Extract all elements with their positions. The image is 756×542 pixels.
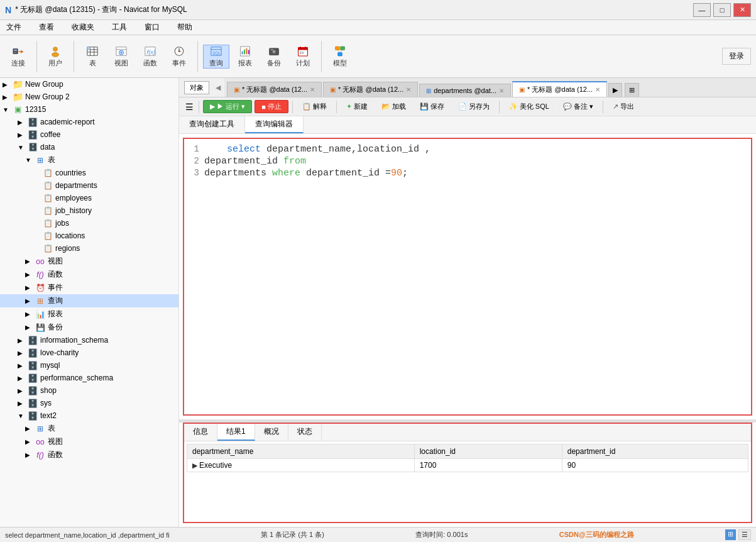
svg-rect-35 xyxy=(271,49,273,50)
menu-help[interactable]: 帮助 xyxy=(173,21,196,34)
svg-point-23 xyxy=(178,50,180,52)
tool-user[interactable]: 用户 xyxy=(42,45,68,69)
tool-query-label: 查询 xyxy=(209,58,223,68)
explain-button[interactable]: 📋 解释 xyxy=(297,100,332,113)
sidebar-item-tables-section[interactable]: ▼ ⊞ 表 xyxy=(0,153,178,167)
svg-rect-42 xyxy=(341,47,345,50)
sidebar-item-reports-section[interactable]: ▶ 📊 报表 xyxy=(0,307,178,321)
sidebar-item-text2-tables[interactable]: ▶ ⊞ 表 xyxy=(0,422,178,435)
sidebar-item-coffee[interactable]: ▶ 🗄️ coffee xyxy=(0,128,178,141)
table-row[interactable]: ▶ Executive 1700 90 xyxy=(187,459,748,472)
tool-backup[interactable]: 备份 xyxy=(261,45,287,69)
menu-view[interactable]: 查看 xyxy=(35,21,58,34)
status-right: CSDN@三码的编程之路 xyxy=(559,530,634,539)
hamburger-menu[interactable]: ☰ xyxy=(184,101,195,113)
run-button[interactable]: ▶ ▶ 运行 ▾ xyxy=(203,100,252,113)
tree-arrow-query-section: ▶ xyxy=(25,297,33,304)
tool-schedule[interactable]: 15 计划 xyxy=(290,45,316,69)
login-button[interactable]: 登录 xyxy=(722,48,751,65)
nav-left-icon[interactable]: ◀ xyxy=(216,84,221,92)
menu-favorites[interactable]: 收藏夹 xyxy=(68,21,98,34)
tab-3-close[interactable]: ✕ xyxy=(595,86,600,93)
sidebar-item-information-schema[interactable]: ▶ 🗄️ information_schema xyxy=(0,334,178,346)
tree-arrow-1: ▶ xyxy=(3,81,10,88)
beautify-button[interactable]: ✨ 美化 SQL xyxy=(503,100,555,113)
sidebar-item-countries[interactable]: ▶ 📋 countries xyxy=(0,167,178,179)
sidebar-item-shop[interactable]: ▶ 🗄️ shop xyxy=(0,384,178,397)
tab-2[interactable]: ⊞ departments @dat... ✕ xyxy=(419,84,511,97)
tab-0-close[interactable]: ✕ xyxy=(310,86,315,93)
sidebar-item-views-section[interactable]: ▶ oo 视图 xyxy=(0,255,178,268)
sidebar-item-new-group-2[interactable]: ▶ 📁 New Group 2 xyxy=(0,91,178,103)
tab-3[interactable]: ▣ * 无标题 @data (12... ✕ xyxy=(512,81,607,97)
sidebar-item-academic-report[interactable]: ▶ 🗄️ academic-report xyxy=(0,116,178,128)
tab-0[interactable]: ▣ * 无标题 @data (12... ✕ xyxy=(227,82,322,97)
tab-more-button[interactable]: ▶ xyxy=(608,83,622,97)
tab-1[interactable]: ▣ * 无标题 @data (12... ✕ xyxy=(323,82,418,97)
new-query-button[interactable]: ✦ 新建 xyxy=(341,100,373,113)
tab-1-close[interactable]: ✕ xyxy=(406,86,411,93)
sidebar-item-employees[interactable]: ▶ 📋 employees xyxy=(0,192,178,204)
tool-view[interactable]: 视图 xyxy=(108,45,134,69)
sidebar-item-job-history[interactable]: ▶ 📋 job_history xyxy=(0,204,178,217)
tool-model[interactable]: 模型 xyxy=(327,45,353,69)
sidebar-item-text2-functions[interactable]: ▶ f() 函数 xyxy=(0,448,178,462)
load-button[interactable]: 📂 加载 xyxy=(376,100,412,113)
tab-extra-button[interactable]: ⊞ xyxy=(625,83,639,97)
sidebar-item-backup-section[interactable]: ▶ 💾 备份 xyxy=(0,321,178,334)
menu-window[interactable]: 窗口 xyxy=(141,21,163,34)
tool-function[interactable]: f(x) 函数 xyxy=(137,45,163,69)
sidebar-item-sys[interactable]: ▶ 🗄️ sys xyxy=(0,397,178,409)
menu-file[interactable]: 文件 xyxy=(3,21,25,34)
sidebar-item-jobs[interactable]: ▶ 📋 jobs xyxy=(0,217,178,230)
maximize-button[interactable]: □ xyxy=(713,3,731,17)
stop-button[interactable]: ■ 停止 xyxy=(255,100,288,113)
sidebar-item-new-group-1[interactable]: ▶ 📁 New Group xyxy=(0,78,178,91)
result-table-wrap: department_name location_id department_i… xyxy=(184,441,751,475)
result-tab-info[interactable]: 信息 xyxy=(184,424,217,441)
save-label: 保存 xyxy=(430,102,444,111)
comment-icon: 💬 xyxy=(563,102,572,111)
tree-arrow-coffee: ▶ xyxy=(18,131,25,138)
save-button[interactable]: 💾 保存 xyxy=(414,100,450,113)
sidebar-item-love-charity[interactable]: ▶ 🗄️ love-charity xyxy=(0,346,178,359)
svg-point-3 xyxy=(16,52,16,52)
sidebar-item-events-section[interactable]: ▶ ⏰ 事件 xyxy=(0,281,178,294)
tool-report[interactable]: 报表 xyxy=(232,45,258,69)
sidebar-item-mysql[interactable]: ▶ 🗄️ mysql xyxy=(0,359,178,372)
tab-2-close[interactable]: ✕ xyxy=(499,87,504,94)
query-tab-editor[interactable]: 查询编辑器 xyxy=(245,116,304,133)
result-tab-result1[interactable]: 结果1 xyxy=(217,424,255,441)
tool-table[interactable]: 表 xyxy=(79,45,106,69)
comment-button[interactable]: 💬 备注 ▾ xyxy=(557,100,599,113)
tree-arrow-text2: ▼ xyxy=(18,412,25,419)
save-as-button[interactable]: 📄 另存为 xyxy=(452,100,495,113)
window-controls[interactable]: — □ ✕ xyxy=(693,3,751,17)
sidebar-item-12315[interactable]: ▼ ▣ 12315 xyxy=(0,103,178,116)
result-tab-status[interactable]: 状态 xyxy=(288,424,322,441)
code-editor[interactable]: 1 select department_name,location_id , 2… xyxy=(183,138,752,416)
tree-arrow-ps: ▶ xyxy=(18,375,25,382)
toolbar-sep-1 xyxy=(36,41,37,72)
query-tab-builder[interactable]: 查询创建工具 xyxy=(179,116,245,133)
close-button[interactable]: ✕ xyxy=(733,3,751,17)
result-tab-overview[interactable]: 概况 xyxy=(255,424,288,441)
sidebar-item-departments[interactable]: ▶ 📋 departments xyxy=(0,179,178,192)
sidebar-item-text2[interactable]: ▼ 🗄️ text2 xyxy=(0,409,178,422)
sidebar-item-query-section[interactable]: ▶ ⊞ 查询 xyxy=(0,294,178,307)
sidebar-item-functions-section[interactable]: ▶ f() 函数 xyxy=(0,268,178,281)
sidebar-item-text2-views[interactable]: ▶ oo 视图 xyxy=(0,435,178,448)
menu-tools[interactable]: 工具 xyxy=(108,21,131,34)
export-button[interactable]: ↗ 导出 xyxy=(607,100,640,113)
toolbar: 连接 用户 表 视图 f(x xyxy=(0,35,756,78)
sidebar-item-locations[interactable]: ▶ 📋 locations xyxy=(0,230,178,242)
sidebar-item-data[interactable]: ▼ 🗄️ data xyxy=(0,141,178,153)
tool-connect[interactable]: 连接 xyxy=(5,45,31,69)
tool-event[interactable]: 事件 xyxy=(166,45,192,69)
sidebar-item-regions[interactable]: ▶ 📋 regions xyxy=(0,242,178,255)
minimize-button[interactable]: — xyxy=(693,3,711,17)
tool-query[interactable]: SQL 查询 xyxy=(203,45,229,69)
window-title: * 无标题 @data (12315) - 查询 - Navicat for M… xyxy=(15,4,187,15)
sidebar-item-perf-schema[interactable]: ▶ 🗄️ performance_schema xyxy=(0,372,178,384)
object-button[interactable]: 对象 xyxy=(184,81,209,94)
